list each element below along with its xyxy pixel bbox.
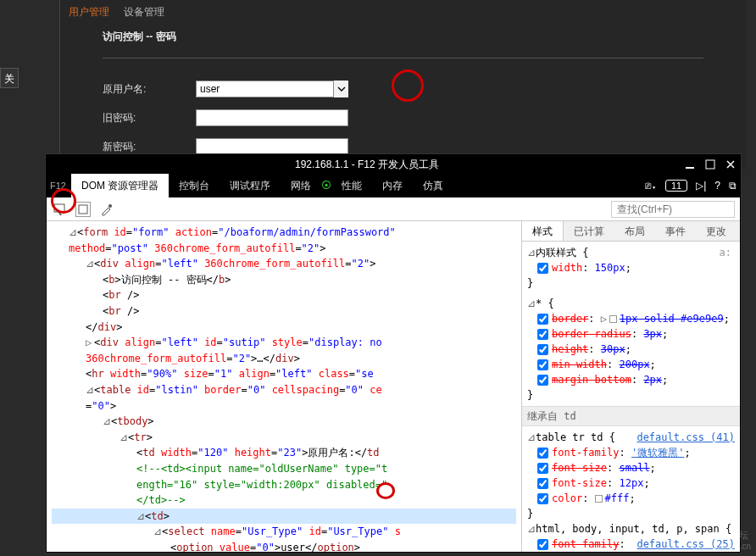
dock-icon[interactable]: ⧉ bbox=[729, 180, 737, 192]
tab-network[interactable]: 网络 bbox=[281, 174, 321, 198]
prop-checkbox[interactable] bbox=[537, 375, 548, 386]
tab-styles[interactable]: 样式 bbox=[522, 221, 564, 241]
tab-dom-explorer[interactable]: DOM 资源管理器 bbox=[71, 174, 169, 198]
styles-pane: 样式 已计算 布局 事件 更改 ⊿内联样式 {a: width: 150px; … bbox=[521, 221, 740, 552]
tab-user-management[interactable]: 用户管理 bbox=[69, 6, 109, 18]
devtools-title: 192.168.1.1 - F12 开发人员工具 bbox=[50, 158, 684, 172]
devtools-tabs: F12 DOM 资源管理器 控制台 调试程序 网络 ⦿ 性能 内存 仿真 ⎚▾ … bbox=[47, 174, 740, 197]
row-original-username: 原用户名: user bbox=[103, 81, 703, 97]
tab-memory[interactable]: 内存 bbox=[372, 174, 413, 198]
tab-device-management[interactable]: 设备管理 bbox=[124, 6, 164, 18]
tab-changes[interactable]: 更改 bbox=[696, 221, 737, 241]
highlight-box-icon[interactable] bbox=[75, 202, 91, 217]
tab-computed[interactable]: 已计算 bbox=[564, 221, 614, 241]
tab-debugger[interactable]: 调试程序 bbox=[220, 174, 281, 198]
divider bbox=[103, 58, 703, 58]
minimize-icon[interactable] bbox=[684, 158, 696, 170]
select-element-icon[interactable] bbox=[52, 202, 67, 217]
tab-layout[interactable]: 布局 bbox=[614, 221, 655, 241]
label-old-password: 旧密码: bbox=[103, 111, 196, 125]
prop-checkbox[interactable] bbox=[537, 314, 548, 325]
prop-checkbox[interactable] bbox=[537, 359, 548, 370]
dom-tree[interactable]: ⊿<form id="form" action="/boaform/admin/… bbox=[47, 221, 521, 552]
devtools-titlebar: 192.168.1.1 - F12 开发人员工具 bbox=[47, 155, 740, 174]
prop-checkbox[interactable] bbox=[537, 478, 548, 489]
play-icon[interactable]: ⦿ bbox=[321, 180, 331, 192]
prop-checkbox[interactable] bbox=[537, 344, 548, 355]
watermark: 吾爱破解论坛 www.52pojie.cn bbox=[692, 529, 751, 551]
find-input[interactable] bbox=[611, 201, 735, 218]
router-admin-panel: 用户管理 设备管理 访问控制 -- 密码 原用户名: user 旧密码: bbox=[59, 0, 746, 170]
access-control-block: 访问控制 -- 密码 原用户名: user 旧密码: 新密码: bbox=[60, 19, 746, 155]
styles-tabs: 样式 已计算 布局 事件 更改 bbox=[522, 221, 740, 242]
section-title: 访问控制 -- 密码 bbox=[103, 30, 703, 44]
prop-checkbox[interactable] bbox=[537, 329, 548, 340]
inherit-header-td: 继承自 td bbox=[522, 406, 740, 426]
dom-toolbar bbox=[47, 197, 740, 221]
help-icon[interactable]: ? bbox=[714, 180, 720, 192]
svg-rect-1 bbox=[706, 160, 714, 169]
prop-checkbox[interactable] bbox=[537, 493, 548, 504]
svg-point-4 bbox=[108, 204, 112, 208]
side-close-toggle[interactable]: 关 bbox=[0, 68, 19, 88]
username-select-wrap: user bbox=[196, 81, 348, 97]
step-icon[interactable]: ▷| bbox=[696, 180, 706, 192]
row-old-password: 旧密码: bbox=[103, 109, 703, 126]
username-select[interactable]: user bbox=[196, 81, 348, 97]
svg-rect-2 bbox=[54, 204, 64, 212]
devtools-body: ⊿<form id="form" action="/boaform/admin/… bbox=[47, 221, 740, 552]
svg-rect-0 bbox=[686, 167, 694, 169]
old-password-input[interactable] bbox=[196, 109, 348, 126]
prop-checkbox[interactable] bbox=[537, 539, 548, 550]
source-link[interactable]: default.css (41) bbox=[636, 430, 735, 445]
prop-checkbox[interactable] bbox=[537, 263, 548, 274]
tab-events[interactable]: 事件 bbox=[655, 221, 696, 241]
app-background: 关 用户管理 设备管理 访问控制 -- 密码 原用户名: user bbox=[0, 0, 756, 556]
label-new-password: 新密码: bbox=[103, 140, 196, 154]
label-original-username: 原用户名: bbox=[103, 82, 196, 97]
devtools-window: 192.168.1.1 - F12 开发人员工具 F12 DOM 资源管理器 控… bbox=[46, 154, 741, 553]
styles-body[interactable]: ⊿内联样式 {a: width: 150px; } ⊿* { border: ▷… bbox=[522, 242, 740, 552]
row-new-password: 新密码: bbox=[103, 138, 703, 155]
f12-label: F12 bbox=[50, 181, 66, 191]
tab-performance[interactable]: 性能 bbox=[331, 174, 372, 198]
prop-checkbox[interactable] bbox=[537, 463, 548, 474]
new-password-input[interactable] bbox=[196, 138, 348, 155]
device-icon[interactable]: ⎚▾ bbox=[645, 180, 657, 192]
prop-checkbox[interactable] bbox=[537, 448, 548, 459]
close-icon[interactable] bbox=[725, 158, 737, 170]
router-tabs: 用户管理 设备管理 bbox=[60, 0, 746, 19]
maximize-icon[interactable] bbox=[704, 158, 716, 170]
tab-console[interactable]: 控制台 bbox=[169, 174, 220, 198]
tab-emulation[interactable]: 仿真 bbox=[413, 174, 453, 198]
svg-rect-3 bbox=[79, 205, 87, 214]
color-picker-icon[interactable] bbox=[99, 202, 114, 217]
issue-count[interactable]: 11 bbox=[665, 180, 687, 192]
